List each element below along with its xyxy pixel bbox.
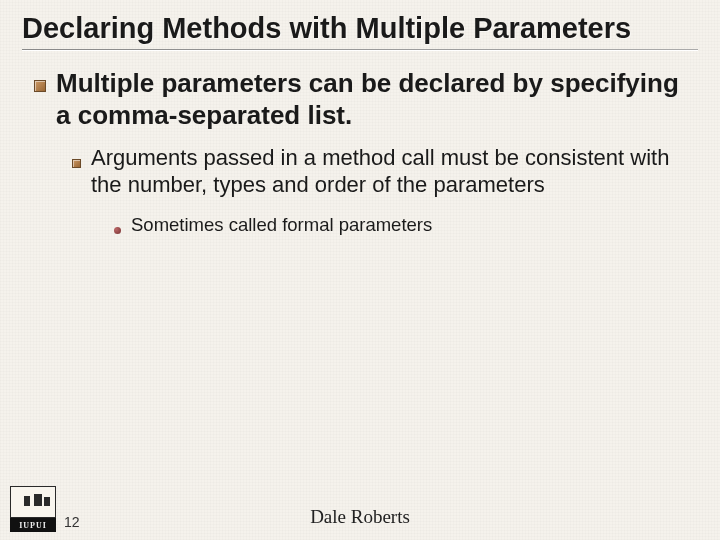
slide-title: Declaring Methods with Multiple Paramete… — [22, 12, 698, 45]
bullet-level-3: Sometimes called formal parameters — [114, 213, 698, 238]
slide-footer: IUPUI 12 Dale Roberts — [0, 482, 720, 540]
slide: Declaring Methods with Multiple Paramete… — [0, 0, 720, 540]
bullet-level-2: Arguments passed in a method call must b… — [72, 145, 698, 199]
bullet-level-1: Multiple parameters can be declared by s… — [34, 68, 698, 131]
bullet-level-2-text: Arguments passed in a method call must b… — [91, 145, 698, 199]
bullet-level-3-text: Sometimes called formal parameters — [131, 213, 432, 236]
square-bullet-icon — [34, 78, 46, 96]
square-bullet-icon — [72, 154, 81, 172]
bullet-level-1-text: Multiple parameters can be declared by s… — [56, 68, 698, 131]
author-name: Dale Roberts — [0, 506, 720, 528]
dot-bullet-icon — [114, 220, 121, 238]
title-underline — [22, 49, 698, 50]
